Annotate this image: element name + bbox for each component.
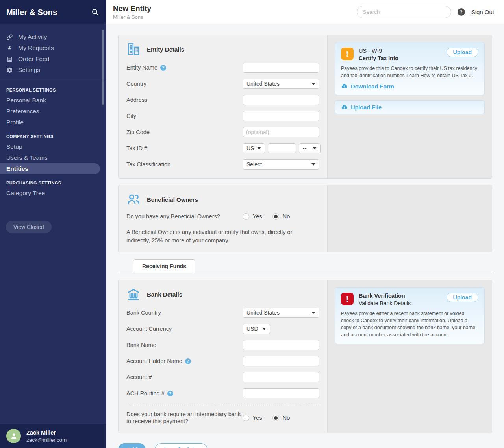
sidebar-item-preferences[interactable]: Preferences [0,106,106,117]
user-info: Zack Miller zack@miller.com [26,430,67,443]
help-icon[interactable]: ? [160,65,166,71]
field-label: Bank Name [126,342,243,348]
entity-name-input[interactable] [243,63,319,73]
field-label: Zip Code [126,129,243,135]
page-heading: New Entity Miller & Sons [113,4,151,20]
field-label: Account # [126,374,243,380]
gear-icon [6,67,13,74]
error-icon: ! [341,293,354,305]
sidebar-item-my-activity[interactable]: My Activity [0,31,106,42]
document-icon [6,56,13,63]
sidebar-user[interactable]: Zack Miller zack@miller.com [0,424,106,448]
upload-file-bar[interactable]: Upload File [335,100,485,114]
field-account-holder: Account Holder Name ? [126,356,319,366]
user-email: zack@miller.com [26,437,67,443]
beneficial-owners-card: Beneficial Owners Do you have any Benefi… [118,185,492,252]
view-closed-button[interactable]: View Closed [6,221,52,233]
sidebar: Miller & Sons My Activity My Requests [0,0,106,448]
chevron-down-icon [313,147,317,149]
brand-title: Miller & Sons [6,8,57,17]
field-address: Address [126,95,319,105]
sidebar-item-settings[interactable]: Settings [0,65,106,76]
bank-verification-title: Bank Verification [359,293,441,299]
entity-details-card: Entity Details Entity Name ? Country Uni… [118,35,492,179]
field-label: Address [126,97,243,103]
search-icon[interactable] [91,8,99,16]
radio-yes[interactable]: Yes [243,213,262,220]
chevron-down-icon [311,163,315,166]
bank-icon [126,287,141,301]
radio-button-checked[interactable] [272,213,279,220]
w9-card: ! US - W-9 Certify Tax Info Upload Payee… [335,42,485,95]
currency-select[interactable]: USD [243,324,270,334]
content: Entity Details Entity Name ? Country Uni… [106,24,504,448]
sidebar-item-personal-bank[interactable]: Personal Bank [0,95,106,106]
bank-name-input[interactable] [243,340,319,350]
field-label: Account Holder Name [126,358,182,364]
help-icon[interactable]: ? [458,8,465,16]
beneficial-owners-side-panel [327,185,492,252]
card-title: Bank Details [147,291,182,298]
sign-out-button[interactable]: Sign Out [471,9,494,15]
radio-button-checked[interactable] [272,415,279,421]
add-button[interactable]: Add [118,443,146,448]
field-country: Country United States [126,79,319,89]
help-icon[interactable]: ? [185,358,191,364]
sidebar-item-users-teams[interactable]: Users & Teams [0,152,106,163]
sidebar-item-setup[interactable]: Setup [0,141,106,152]
sidebar-item-profile[interactable]: Profile [0,117,106,128]
w9-description: Payees provide this to Candex to certify… [341,65,478,79]
field-bank-country: Bank Country United States [126,308,319,318]
radio-button-unchecked[interactable] [243,213,249,220]
save-for-later-button[interactable]: Save for later [155,443,208,448]
account-number-input[interactable] [243,372,319,382]
cloud-upload-icon [341,104,348,111]
zip-input[interactable] [243,127,319,137]
person-icon [9,431,19,441]
bank-verification-subtitle: Validate Bank Details [359,300,441,306]
sidebar-item-my-requests[interactable]: My Requests [0,42,106,53]
account-holder-input[interactable] [243,356,319,366]
beneficial-owners-header: Beneficial Owners [126,192,319,206]
sidebar-item-category-tree[interactable]: Category Tree [0,188,106,199]
field-label: Bank Country [126,310,243,316]
form-actions: Add Save for later [118,443,492,448]
download-form-link[interactable]: Download Form [341,83,478,90]
sidebar-item-entities[interactable]: Entities [0,163,100,174]
address-input[interactable] [243,95,319,105]
chevron-down-icon [262,328,266,330]
intermediary-question-row: Does your bank require an intermediary b… [126,411,319,425]
sidebar-item-order-feed[interactable]: Order Feed [0,53,106,65]
tab-receiving-funds[interactable]: Receiving Funds [133,259,195,273]
search-input[interactable] [357,6,451,18]
page-title: New Entity [113,4,151,13]
tax-classification-select[interactable]: Select [243,159,319,170]
bank-country-select[interactable]: United States [243,308,319,318]
w9-upload-button[interactable]: Upload [447,48,478,57]
field-account-currency: Account Currency USD [126,324,319,334]
tax-suffix-select[interactable]: -- [299,143,321,153]
tax-id-input[interactable] [268,143,296,153]
radio-no[interactable]: No [272,213,290,220]
field-label: City [126,113,243,119]
field-label: ACH Routing # [126,390,165,396]
ach-routing-input[interactable] [243,388,319,398]
beneficial-owners-form: Beneficial Owners Do you have any Benefi… [119,185,327,252]
field-label: Account Currency [126,326,243,332]
bank-verification-upload-button[interactable]: Upload [447,293,478,302]
tax-country-select[interactable]: US [243,143,265,153]
radio-yes[interactable]: Yes [243,415,262,421]
radio-button-unchecked[interactable] [243,415,249,421]
entity-details-side-panel: ! US - W-9 Certify Tax Info Upload Payee… [327,35,492,178]
main-area: New Entity Miller & Sons ? Sign Out [106,0,504,448]
field-account-number: Account # [126,372,319,382]
topbar-right: ? Sign Out [357,6,494,18]
field-tax-classification: Tax Classification Select [126,159,319,170]
sidebar-item-label: My Requests [18,44,54,52]
sidebar-scrollbar[interactable] [102,30,104,105]
help-icon[interactable]: ? [167,391,173,396]
country-select[interactable]: United States [243,79,319,89]
radio-no[interactable]: No [272,415,290,421]
city-input[interactable] [243,111,319,121]
user-name: Zack Miller [26,430,67,436]
